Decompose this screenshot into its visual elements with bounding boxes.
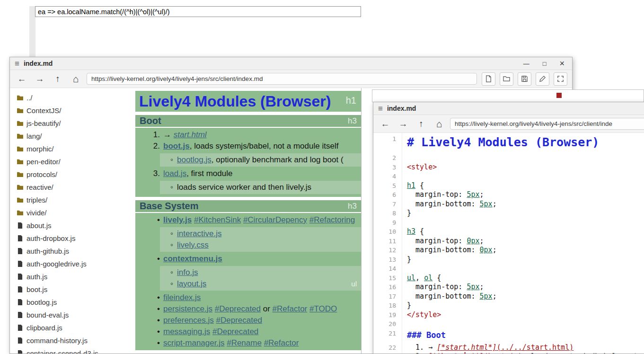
md-link[interactable]: layout.js [177, 279, 206, 288]
url-input[interactable] [87, 73, 477, 85]
md-link[interactable]: #KitchenSink [194, 215, 241, 224]
heading-text: Boot [140, 115, 161, 126]
fullscreen-button[interactable] [554, 72, 567, 86]
back-button[interactable]: ← [378, 117, 392, 131]
list-item: ◦lively.css [160, 239, 361, 251]
md-link[interactable]: #Deprecated [215, 304, 261, 313]
code-token: [**boot.js**] [428, 352, 484, 354]
tag-badge: h3 [348, 116, 357, 126]
forward-button[interactable]: → [396, 117, 410, 131]
file-item-label: clipboard.js [26, 324, 62, 332]
menu-icon[interactable]: ≡ [15, 60, 19, 68]
list-item: ◦loads service worker and then lively.js [160, 182, 361, 193]
line-number: 8 [373, 209, 403, 218]
code-text: 2. [**boot.js**](boot.js), loads systemj… [403, 352, 638, 354]
md-link[interactable]: persistence.js [163, 304, 212, 313]
edit-button[interactable] [536, 72, 549, 86]
code-token: 5px [467, 283, 479, 291]
folder-icon [16, 95, 24, 101]
file-item[interactable]: vivide/ [16, 206, 135, 219]
md-link[interactable]: #Refactor [273, 304, 308, 313]
list-marker: • [149, 253, 160, 265]
md-link[interactable]: load.js [163, 169, 186, 178]
md-link[interactable]: lively.css [177, 240, 209, 249]
file-item[interactable]: about.js [16, 219, 135, 232]
md-link[interactable]: interactive.js [177, 229, 221, 238]
code-token: margin-bottom: [407, 292, 480, 301]
maximize-icon[interactable]: □ [543, 61, 547, 67]
file-item[interactable]: auth-dropbox.js [16, 232, 135, 245]
file-item[interactable]: reactive/ [16, 181, 135, 194]
filter-input[interactable] [35, 6, 361, 17]
code-line: 16 margin-top: 5px; [373, 283, 644, 292]
file-item[interactable]: boot.js [16, 283, 135, 296]
file-item[interactable]: bootlog.js [16, 296, 135, 309]
new-file-button[interactable] [482, 72, 495, 86]
md-link[interactable]: contextmenu.js [163, 254, 222, 263]
md-link[interactable]: start.html [174, 130, 207, 139]
file-item[interactable]: triples/ [16, 194, 135, 206]
code-text: </style> [403, 310, 441, 320]
window-titlebar[interactable]: ≡ index.md — □ × [10, 57, 572, 70]
file-item[interactable]: pen-editor/ [16, 155, 135, 168]
file-item[interactable]: auth-github.js [16, 245, 135, 257]
url-input[interactable] [450, 118, 644, 130]
md-text: loads service worker and then lively.js [177, 183, 311, 192]
md-link[interactable]: #Refactoring [309, 215, 355, 224]
file-item[interactable]: morphic/ [16, 142, 135, 155]
md-link[interactable]: bootlog.js [177, 155, 212, 164]
list-marker: • [149, 292, 160, 303]
md-link[interactable]: info.js [177, 268, 198, 277]
up-button[interactable]: ↑ [414, 117, 428, 131]
md-link[interactable]: #Rename [227, 338, 262, 347]
md-link[interactable]: #Deprecated [212, 327, 258, 336]
file-item[interactable]: ../ [16, 91, 135, 104]
file-item[interactable]: container-scoped-d3.js [16, 347, 135, 354]
code-token: margin-top: [407, 237, 467, 245]
md-link[interactable]: #TODO [309, 304, 337, 313]
back-button[interactable]: ← [15, 72, 29, 86]
open-folder-button[interactable] [500, 72, 513, 86]
code-editor[interactable]: 1# Lively4 Modules (Browser)23<style>45h… [373, 133, 644, 354]
file-icon [16, 248, 24, 254]
list-marker: ◦ [167, 182, 173, 193]
code-token: ; [493, 200, 497, 208]
line-number: 15 [373, 274, 403, 283]
forward-button[interactable]: → [33, 72, 47, 86]
window-titlebar[interactable]: ≡ index.md [373, 102, 644, 115]
save-button[interactable] [518, 72, 531, 86]
code-token: ol [424, 274, 432, 282]
file-item[interactable]: clipboard.js [16, 321, 135, 334]
menu-icon[interactable]: ≡ [378, 105, 383, 113]
window-title: index.md [387, 105, 416, 112]
file-item[interactable]: js-beautify/ [16, 117, 135, 130]
code-text: h3 { [403, 227, 424, 237]
md-link[interactable]: #Deprecated [216, 316, 262, 325]
md-link[interactable]: #Refactor [264, 338, 299, 347]
navigation-toolbar: ← → ↑ ⌂ [373, 115, 644, 133]
nested-list: ◦bootlog.js, optionally benchmark and lo… [160, 153, 361, 167]
file-item[interactable]: auth-googledrive.js [16, 257, 135, 270]
code-text: ul, ol { [403, 274, 441, 283]
line-number: 10 [373, 227, 403, 237]
file-item[interactable]: ContextJS/ [16, 104, 135, 117]
md-link[interactable]: #CircularDepency [243, 215, 307, 224]
minimize-icon[interactable]: — [523, 61, 529, 67]
file-item[interactable]: auth.js [16, 270, 135, 283]
file-item[interactable]: bound-eval.js [16, 309, 135, 321]
md-link[interactable]: boot.js [163, 142, 190, 150]
md-link[interactable]: script-manager.js [163, 338, 224, 347]
md-link[interactable]: lively.js [163, 215, 192, 224]
up-button[interactable]: ↑ [51, 72, 65, 86]
code-text: margin-top: 0px; [403, 237, 484, 246]
file-item[interactable]: protocols/ [16, 168, 135, 181]
file-item[interactable]: lang/ [16, 130, 135, 142]
file-item[interactable]: command-history.js [16, 334, 135, 347]
home-button[interactable]: ⌂ [432, 117, 446, 131]
home-button[interactable]: ⌂ [69, 72, 83, 86]
md-link[interactable]: fileindex.js [163, 293, 201, 302]
md-link[interactable]: preferences.js [163, 316, 214, 325]
md-link[interactable]: messaging.js [163, 327, 210, 336]
close-icon[interactable]: × [559, 59, 565, 68]
line-number: 1 [373, 134, 403, 144]
